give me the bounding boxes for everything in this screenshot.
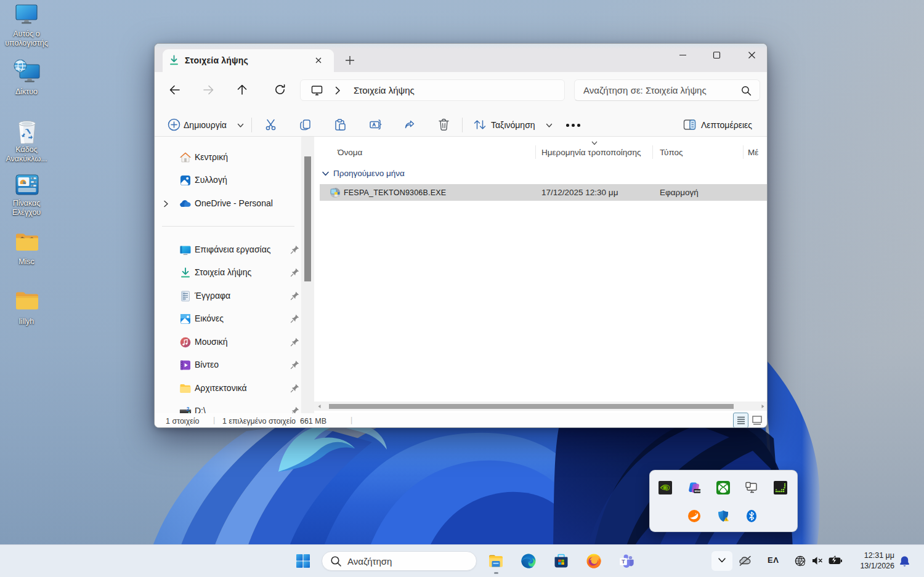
svg-text:T: T	[622, 558, 625, 565]
svg-text:2: 2	[187, 406, 190, 412]
svg-text:M365: M365	[694, 490, 701, 493]
